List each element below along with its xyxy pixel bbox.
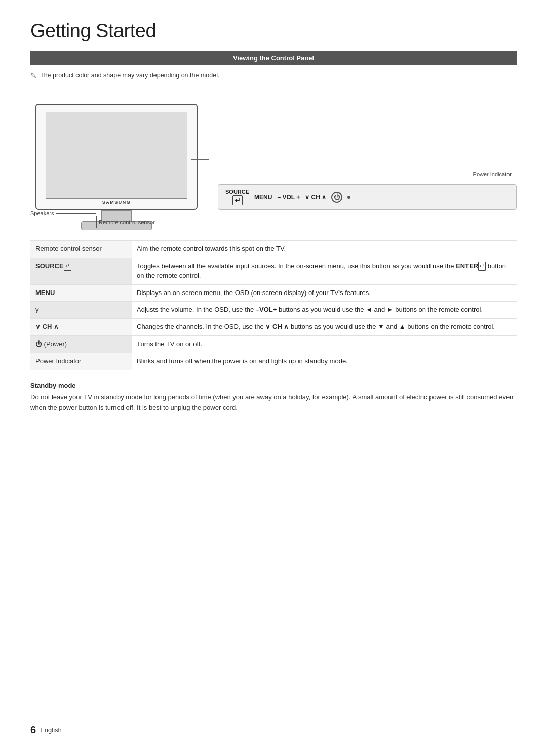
standby-section: Standby mode Do not leave your TV in sta… — [30, 382, 517, 413]
table-label: Remote control sensor — [30, 241, 132, 258]
source-icon: ↵ — [232, 195, 243, 205]
page-title: Getting Started — [30, 20, 517, 42]
standby-title: Standby mode — [30, 382, 517, 389]
source-label: SOURCE — [225, 189, 249, 195]
tv-diagram: SAMSUNG Speakers Remote control sensor — [30, 104, 203, 230]
power-button-diagram: ⏻ — [331, 192, 342, 203]
note-icon: ✎ — [30, 71, 37, 80]
info-table: Remote control sensorAim the remote cont… — [30, 240, 517, 370]
power-indicator-line — [507, 171, 507, 206]
table-label: y — [30, 302, 132, 319]
table-row: SOURCE↵Toggles between all the available… — [30, 258, 517, 284]
standby-text: Do not leave your TV in standby mode for… — [30, 392, 517, 413]
table-row: Power IndicatorBlinks and turns off when… — [30, 353, 517, 370]
table-description: Aim the remote control towards this spot… — [132, 241, 517, 258]
note-line: ✎ The product color and shape may vary d… — [30, 72, 517, 80]
remote-sensor-line — [96, 216, 97, 228]
ch-label-diagram: ∨ CH ∧ — [305, 194, 326, 201]
tv-logo: SAMSUNG — [102, 200, 131, 205]
control-buttons-row: SOURCE ↵ MENU – VOL + ∨ CH ∧ ⏻ — [218, 184, 517, 210]
table-row: Remote control sensorAim the remote cont… — [30, 241, 517, 258]
table-description: Adjusts the volume. In the OSD, use the … — [132, 302, 517, 319]
table-row: ∨ CH ∧Changes the channels. In the OSD, … — [30, 319, 517, 336]
table-label: SOURCE↵ — [30, 258, 132, 284]
table-row: ⏻ (Power)Turns the TV on or off. — [30, 336, 517, 353]
tv-screen — [46, 112, 187, 199]
diagram-area: SAMSUNG Speakers Remote control sensor P… — [30, 89, 517, 230]
section-header: Viewing the Control Panel — [30, 51, 517, 65]
speaker-label: Speakers — [30, 210, 96, 216]
table-row: yAdjusts the volume. In the OSD, use the… — [30, 302, 517, 319]
note-text: The product color and shape may vary dep… — [40, 72, 219, 79]
page-number: 6 — [30, 724, 36, 736]
page-language: English — [40, 726, 62, 734]
speaker-line — [56, 213, 96, 214]
table-label: ⏻ (Power) — [30, 336, 132, 353]
remote-sensor-label: Remote control sensor — [96, 216, 155, 228]
tv-outer: SAMSUNG — [35, 104, 198, 210]
vol-label-diagram: – VOL + — [277, 194, 300, 201]
table-description: Turns the TV on or off. — [132, 336, 517, 353]
table-label: Power Indicator — [30, 353, 132, 370]
power-indicator-label: Power Indicator — [218, 171, 517, 177]
table-description: Blinks and turns off when the power is o… — [132, 353, 517, 370]
source-button-diagram: SOURCE ↵ — [225, 189, 249, 205]
table-description: Toggles between all the available input … — [132, 258, 517, 284]
table-description: Changes the channels. In the OSD, use th… — [132, 319, 517, 336]
table-description: Displays an on-screen menu, the OSD (on … — [132, 284, 517, 302]
table-label: MENU — [30, 284, 132, 302]
table-label: ∨ CH ∧ — [30, 319, 132, 336]
menu-label-diagram: MENU — [254, 194, 272, 201]
dot-indicator-diagram — [347, 196, 350, 199]
connector-line — [191, 159, 209, 160]
page-number-area: 6 English — [30, 724, 62, 736]
control-panel-area: Power Indicator SOURCE ↵ MENU – VOL + ∨ … — [203, 171, 517, 230]
table-row: MENUDisplays an on-screen menu, the OSD … — [30, 284, 517, 302]
